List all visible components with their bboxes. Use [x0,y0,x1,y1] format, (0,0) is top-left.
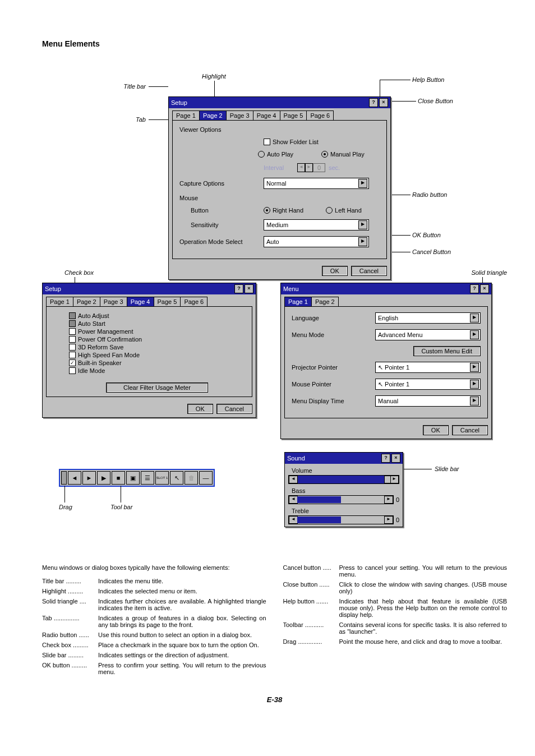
cancel-button[interactable]: Cancel [452,425,488,435]
def-term: Drag .............. [283,638,337,645]
tab-page5[interactable]: Page 5 [280,110,307,120]
treble-slider[interactable]: ◄ ► [288,515,394,524]
tab-page6[interactable]: Page 6 [306,110,334,120]
tab-page6[interactable]: Page 6 [180,297,207,306]
radio-right-hand[interactable]: Right Hand [264,207,303,214]
titlebar: Setup ?× [43,283,256,294]
volume-slider[interactable]: ◄ ► [288,475,399,484]
checkbox-icon [69,328,76,335]
check-auto-start[interactable]: Auto Start [69,320,245,327]
slider-left-icon[interactable]: ◄ [289,496,298,504]
check-power-off-confirmation[interactable]: Power Off Confirmation [69,336,245,343]
tab-page4[interactable]: Page 4 [127,297,154,306]
interval-spinner[interactable]: ◄► 0 [297,163,325,172]
solid-triangle-icon: ▶ [470,314,479,322]
titlebar: Setup ? × [169,97,390,108]
tab-page2[interactable]: Page 2 [73,297,100,306]
radio-auto-play[interactable]: Auto Play [258,151,293,158]
callout-cancel-button: Cancel Button [412,248,451,255]
help-button[interactable]: ? [369,98,378,107]
cancel-button[interactable]: Cancel [216,404,252,414]
help-button[interactable]: ? [381,454,390,463]
callout-ok-button: OK Button [412,232,441,238]
display-time-dropdown[interactable]: Manual▶ [375,395,481,407]
language-dropdown[interactable]: English▶ [375,312,481,324]
stop-icon[interactable]: ■ [112,471,125,485]
clear-filter-button[interactable]: Clear Filter Usage Meter [106,382,208,393]
sensitivity-dropdown[interactable]: Medium▶ [264,219,369,231]
custom-menu-edit-button[interactable]: Custom Menu Edit [413,346,481,356]
pointer-icon[interactable]: ↖ [170,471,183,485]
next-icon[interactable]: ► [82,471,96,485]
dialog-setup-page4: Setup ?× Page 1 Page 2 Page 3 Page 4 Pag… [42,283,256,418]
check-high-speed-fan-mode[interactable]: High Speed Fan Mode [69,352,245,358]
radio-manual-play[interactable]: Manual Play [321,151,365,158]
slot-icon[interactable]: SLOT 1 [155,471,169,485]
bass-slider[interactable]: ◄ ► [288,495,394,504]
list-icon[interactable]: ☰ [141,471,154,485]
ok-button[interactable]: OK [423,425,449,435]
tab-page4[interactable]: Page 4 [253,110,280,120]
close-button[interactable]: × [245,284,253,293]
tab-page5[interactable]: Page 5 [154,297,181,306]
check-auto-adjust[interactable]: Auto Adjust [69,312,245,319]
dropdown-value: Medium [266,222,288,228]
tab-page2[interactable]: Page 2 [311,297,339,306]
capture-dropdown[interactable]: Normal▶ [264,178,369,189]
radio-label: Right Hand [273,207,303,214]
op-mode-dropdown[interactable]: Auto▶ [264,236,369,247]
dialog-setup-page2: Setup ? × Page 1 Page 2 Page 3 Page 4 Pa… [168,96,391,280]
play-icon[interactable]: ▶ [97,471,110,485]
check-built-in-speaker[interactable]: ✓Built-in Speaker [69,359,245,366]
callout-title-bar: Title bar [115,83,146,90]
help-button[interactable]: ? [470,284,479,293]
tab-page3[interactable]: Page 3 [100,297,127,306]
tab-page1[interactable]: Page 1 [46,297,73,306]
check-3d-reform-save[interactable]: 3D Reform Save [69,344,245,351]
menu-mode-dropdown[interactable]: Advanced Menu▶ [375,329,481,340]
def-desc: Click to close the window with saving ch… [337,581,508,594]
drag-handle[interactable] [61,471,67,485]
check-label: Auto Adjust [78,312,109,319]
solid-triangle-icon: ▶ [358,179,367,188]
check-power-management[interactable]: Power Management [69,328,245,335]
window-icon[interactable]: ▣ [126,471,140,485]
slider-right-icon[interactable]: ► [390,476,399,483]
check-show-folder[interactable]: Show Folder List [264,139,319,145]
definition-highlight: Highlight .........Indicates the selecte… [42,588,266,594]
ok-button[interactable]: OK [187,404,213,414]
close-button[interactable]: × [391,454,400,463]
dropdown-value: ↖ Pointer 1 [378,381,409,388]
minimize-icon[interactable]: — [199,471,213,485]
check-idle-mode[interactable]: Idle Mode [69,367,245,374]
check-label: Power Off Confirmation [78,336,142,343]
def-desc: Indicates further choices are available.… [96,598,266,611]
trash-icon[interactable]: 🗑 [185,471,198,485]
close-button[interactable]: × [480,284,489,293]
solid-triangle-icon: ▶ [470,363,479,372]
callout-help-button: Help Button [412,76,444,83]
radio-left-hand[interactable]: Left Hand [326,207,362,214]
checkbox-icon [69,344,76,351]
check-label: Auto Start [78,320,105,327]
checkbox-icon [69,320,76,327]
sensitivity-label: Sensitivity [179,222,264,228]
slider-left-icon[interactable]: ◄ [289,476,298,483]
tab-page3[interactable]: Page 3 [226,110,253,120]
slider-right-icon[interactable]: ► [384,516,393,524]
tab-page1[interactable]: Page 1 [172,110,200,120]
toolbar-launcher[interactable]: ◄ ► ▶ ■ ▣ ☰ SLOT 1 ↖ 🗑 — [59,469,215,487]
slider-left-icon[interactable]: ◄ [289,516,298,524]
close-button[interactable]: × [379,98,388,107]
tab-page2[interactable]: Page 2 [199,110,227,120]
mouse-pointer-dropdown[interactable]: ↖ Pointer 1▶ [375,379,481,390]
tab-page1[interactable]: Page 1 [284,297,312,306]
prev-icon[interactable]: ◄ [68,471,81,485]
check-label: Show Folder List [273,139,319,145]
slider-right-icon[interactable]: ► [384,496,393,504]
dropdown-value: English [378,315,398,321]
slider-thumb[interactable] [384,476,391,483]
def-term: Radio button ...... [42,631,96,638]
proj-pointer-dropdown[interactable]: ↖ Pointer 1▶ [375,362,481,373]
help-button[interactable]: ? [234,284,243,293]
